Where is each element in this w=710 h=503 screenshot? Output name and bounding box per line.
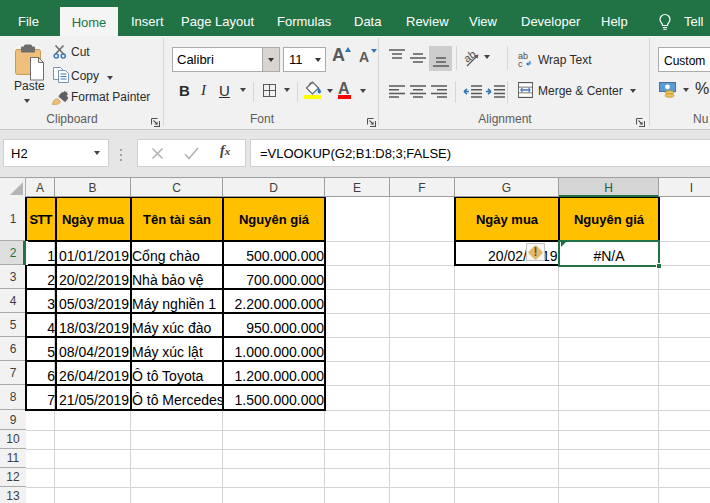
svg-text:c: c (518, 59, 523, 68)
